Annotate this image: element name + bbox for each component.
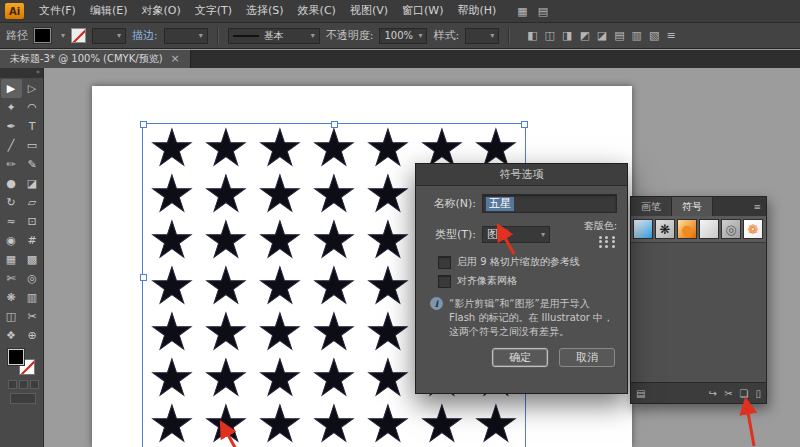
- pencil-tool[interactable]: ✎: [22, 155, 43, 174]
- magic-wand-tool[interactable]: ✦: [1, 98, 22, 117]
- brush-definition-select[interactable]: 基本 ▾: [228, 28, 320, 44]
- selection-handle[interactable]: [140, 121, 147, 128]
- gradient-tool[interactable]: ▩: [22, 250, 43, 269]
- symbols-list-area[interactable]: [631, 243, 766, 383]
- pen-tool[interactable]: ✒: [1, 117, 22, 136]
- transform-icon[interactable]: ▥: [632, 29, 642, 42]
- stroke-weight-field[interactable]: ▾: [92, 28, 126, 44]
- align-right-icon[interactable]: ◨: [562, 29, 572, 42]
- symbol-sprayer-tool[interactable]: ❋: [1, 288, 22, 307]
- registration-label: 套版色:: [584, 219, 617, 233]
- fill-stroke-swatches[interactable]: [8, 349, 43, 377]
- panel-menu-icon[interactable]: ≡: [748, 197, 766, 216]
- free-transform-tool[interactable]: ⊡: [22, 212, 43, 231]
- symbol-thumb-flower[interactable]: ❁: [743, 219, 763, 239]
- break-symbol-link-icon[interactable]: ✂: [724, 388, 732, 399]
- document-tab[interactable]: 未标题-3* @ 100% (CMYK/预览) ×: [0, 50, 191, 68]
- perspective-grid-tool[interactable]: #: [22, 231, 43, 250]
- menu-type[interactable]: 文字(T): [188, 0, 239, 22]
- fill-color-swatch[interactable]: [34, 28, 51, 43]
- ok-button[interactable]: 确定: [492, 348, 548, 367]
- align-top-icon[interactable]: ◩: [579, 29, 589, 42]
- menu-effect[interactable]: 效果(C): [291, 0, 343, 22]
- artboard-tool[interactable]: ◫: [1, 307, 22, 326]
- delete-symbol-icon[interactable]: ▯: [755, 388, 761, 399]
- tab-brushes[interactable]: 画笔: [631, 197, 672, 216]
- symbol-thumb-ring[interactable]: ◎: [721, 219, 741, 239]
- slice-tool[interactable]: ✂: [22, 307, 43, 326]
- symbol-thumb-orb[interactable]: ●: [677, 219, 697, 239]
- info-icon: i: [430, 297, 443, 310]
- arrange-documents-icon[interactable]: ▦: [517, 5, 527, 18]
- blob-brush-tool[interactable]: ●: [1, 174, 22, 193]
- selection-tool[interactable]: ▶: [1, 79, 22, 98]
- symbol-name-input[interactable]: 五星: [482, 194, 617, 213]
- rectangle-tool[interactable]: ▭: [22, 136, 43, 155]
- symbol-thumb-splatter[interactable]: ❋: [655, 219, 675, 239]
- more-options-icon[interactable]: ≡: [666, 29, 675, 42]
- dialog-title[interactable]: 符号选项: [416, 164, 627, 186]
- paintbrush-tool[interactable]: ✏: [1, 155, 22, 174]
- fill-swatch[interactable]: [8, 349, 24, 365]
- tools-panel-collapse-icon[interactable]: «: [0, 68, 43, 78]
- zoom-tool[interactable]: ⊕: [22, 326, 43, 345]
- line-segment-tool[interactable]: ╱: [1, 136, 22, 155]
- menu-edit[interactable]: 编辑(E): [83, 0, 135, 22]
- tab-symbols[interactable]: 符号: [672, 197, 713, 216]
- menu-help[interactable]: 帮助(H): [450, 0, 503, 22]
- eraser-tool[interactable]: ◪: [22, 174, 43, 193]
- nine-slice-checkbox[interactable]: [438, 256, 451, 269]
- eyedropper-tool[interactable]: ✄: [1, 269, 22, 288]
- app-logo-icon[interactable]: Ai: [5, 3, 24, 19]
- align-bottom-icon[interactable]: ◪: [597, 29, 607, 42]
- shape-builder-tool[interactable]: ◉: [1, 231, 22, 250]
- new-symbol-icon[interactable]: ❏: [740, 388, 749, 399]
- rotate-tool[interactable]: ↻: [1, 193, 22, 212]
- menu-file[interactable]: 文件(F): [32, 0, 83, 22]
- fill-dropdown-icon[interactable]: ▾: [61, 31, 65, 40]
- menu-select[interactable]: 选择(S): [239, 0, 291, 22]
- align-pixel-grid-checkbox[interactable]: [438, 275, 451, 288]
- isolate-icon[interactable]: ▧: [649, 29, 659, 42]
- style-select[interactable]: ▾: [465, 28, 499, 44]
- stroke-color-swatch[interactable]: [71, 28, 86, 43]
- column-graph-tool[interactable]: ▥: [22, 288, 43, 307]
- menu-window[interactable]: 窗口(W): [395, 0, 450, 22]
- align-center-icon[interactable]: ◫: [545, 29, 555, 42]
- menu-view[interactable]: 视图(V): [343, 0, 395, 22]
- illustrator-window: Ai 文件(F)编辑(E)对象(O)文字(T)选择(S)效果(C)视图(V)窗口…: [0, 0, 800, 447]
- selection-handle[interactable]: [521, 121, 528, 128]
- distribute-icon[interactable]: ▤: [614, 29, 624, 42]
- mesh-tool[interactable]: ▦: [1, 250, 22, 269]
- blend-tool[interactable]: ◎: [22, 269, 43, 288]
- variable-width-profile-select[interactable]: ▾: [164, 28, 208, 44]
- menu-object[interactable]: 对象(O): [134, 0, 187, 22]
- lasso-tool[interactable]: ◠: [22, 98, 43, 117]
- type-tool[interactable]: T: [22, 117, 43, 136]
- screen-mode-button[interactable]: [10, 393, 36, 404]
- gradient-mode-button[interactable]: [19, 380, 28, 389]
- hand-tool[interactable]: ❖: [1, 326, 22, 345]
- workspace-switcher-icon[interactable]: ▤: [538, 5, 548, 18]
- opacity-select[interactable]: 100%▾: [379, 28, 427, 44]
- selection-handle[interactable]: [331, 121, 338, 128]
- width-tool[interactable]: ≈: [1, 212, 22, 231]
- stroke-panel-link[interactable]: 描边:: [132, 28, 158, 43]
- symbol-thumb-card[interactable]: [699, 219, 719, 239]
- symbol-type-select[interactable]: 图形 ▾: [482, 226, 550, 243]
- none-mode-button[interactable]: [30, 380, 39, 389]
- direct-selection-tool[interactable]: ▷: [22, 79, 43, 98]
- nine-slice-row: 启用 9 格切片缩放的参考线: [438, 255, 617, 269]
- cancel-button[interactable]: 取消: [559, 348, 615, 367]
- close-tab-icon[interactable]: ×: [171, 54, 180, 64]
- symbol-libraries-icon[interactable]: ▤: [636, 388, 645, 399]
- color-mode-button[interactable]: [8, 380, 17, 389]
- symbol-thumb-gradient[interactable]: [633, 219, 653, 239]
- scale-tool[interactable]: ▱: [22, 193, 43, 212]
- info-row: i “影片剪辑”和“图形”是用于导入 Flash 的标记的。在 Illustra…: [430, 297, 615, 339]
- dropdown-icon: ▾: [541, 230, 545, 239]
- place-symbol-instance-icon[interactable]: ↪: [709, 388, 717, 399]
- align-left-icon[interactable]: ◧: [527, 29, 537, 42]
- selection-handle[interactable]: [140, 274, 147, 281]
- registration-point-grid[interactable]: [597, 235, 617, 249]
